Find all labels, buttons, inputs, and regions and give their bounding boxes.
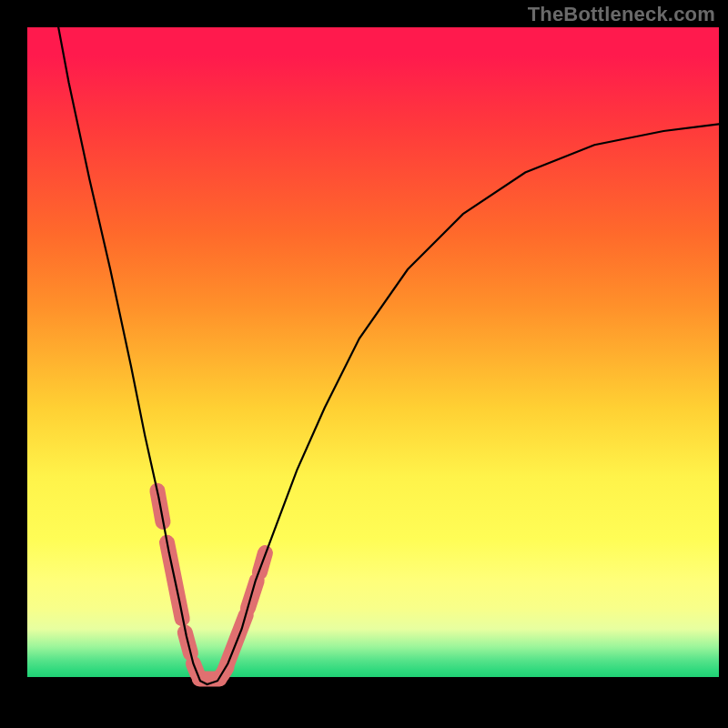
watermark-text: TheBottleneck.com [528,3,715,26]
chart-frame: TheBottleneck.com [0,0,728,728]
plot-area [27,27,719,719]
salmon-highlights [157,490,266,679]
curve-layer [27,27,719,719]
bottleneck-curve [58,27,719,684]
